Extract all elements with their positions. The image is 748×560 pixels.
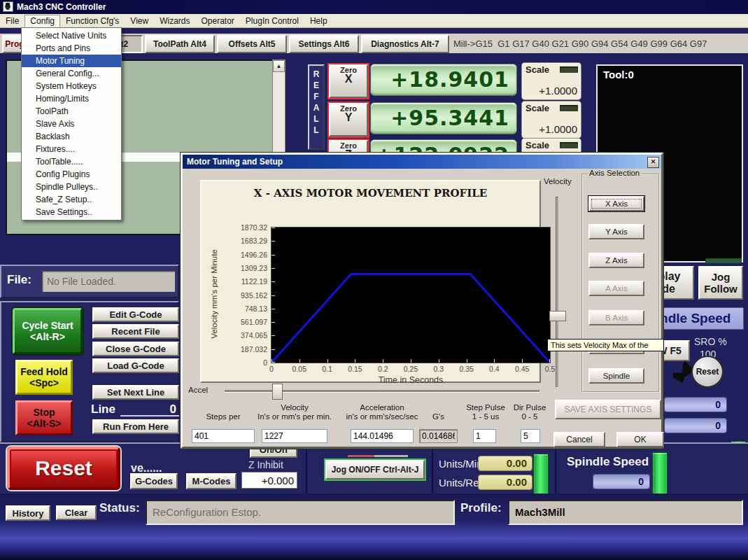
config-menu-item[interactable]: Save Settings.. bbox=[22, 206, 121, 218]
x-tick-label: 0.3 bbox=[427, 365, 451, 373]
jog-follow-button[interactable]: Jog Follow bbox=[698, 266, 743, 300]
jog-onoff-button[interactable]: Jog ON/OFF Ctrl-Alt-J bbox=[325, 460, 425, 479]
menu-help[interactable]: Help bbox=[304, 15, 333, 27]
velocity-input[interactable] bbox=[262, 429, 327, 443]
dialog-title: Motor Tuning and Setup bbox=[187, 157, 283, 167]
tool-number-label: Tool:0 bbox=[603, 69, 634, 80]
y-tickmark bbox=[271, 227, 275, 228]
load-gcode-button[interactable]: Load G-Code bbox=[92, 358, 179, 373]
ok-button[interactable]: OK bbox=[616, 432, 664, 447]
window-titlebar[interactable]: Mach3 CNC Controller bbox=[0, 0, 748, 14]
config-menu-item[interactable]: Safe_Z Setup.. bbox=[22, 193, 121, 206]
spindle-axis-button[interactable]: Spindle bbox=[588, 368, 644, 384]
acceleration-input[interactable] bbox=[351, 429, 414, 443]
config-menu-item[interactable]: General Config... bbox=[22, 67, 121, 80]
spindle-speed-value[interactable]: 0 bbox=[593, 475, 649, 489]
step-pulse-input[interactable] bbox=[473, 429, 496, 443]
menu-wizards[interactable]: Wizards bbox=[154, 15, 195, 27]
close-icon[interactable]: ✕ bbox=[647, 157, 659, 168]
zero-y-button[interactable]: Zero Y bbox=[329, 103, 368, 136]
active-gcode-modes: Mill->G15 G1 G17 G40 G21 G90 G94 G54 G49… bbox=[453, 38, 707, 49]
run-controls-panel: Cycle Start <Alt-R> Feed Hold <Spc> Stop… bbox=[0, 301, 179, 442]
menu-function-cfgs[interactable]: Function Cfg's bbox=[60, 15, 125, 27]
config-menu-item[interactable]: Motor Tuning bbox=[22, 55, 121, 67]
x-axis-dro[interactable]: +18.9401 bbox=[371, 64, 516, 95]
config-menu-item[interactable]: Config Plugins bbox=[22, 168, 121, 181]
config-menu-item[interactable]: Backlash bbox=[22, 130, 121, 143]
menu-config[interactable]: Config bbox=[24, 15, 60, 27]
y-axis-dro[interactable]: +95.3441 bbox=[371, 103, 516, 134]
clear-button[interactable]: Clear bbox=[56, 505, 97, 520]
spindle-speed-label: Spindle Speed bbox=[567, 455, 649, 469]
set-next-line-button[interactable]: Set Next Line bbox=[92, 385, 179, 400]
dialog-titlebar[interactable]: Motor Tuning and Setup ✕ bbox=[183, 155, 661, 169]
x-axis-button[interactable]: X Axis bbox=[588, 196, 644, 211]
spindle-dro-1[interactable]: 0 bbox=[665, 398, 726, 412]
cancel-button[interactable]: Cancel bbox=[553, 432, 605, 447]
y-tickmark bbox=[271, 322, 275, 323]
tab-settings[interactable]: Settings Alt6 bbox=[289, 35, 359, 53]
z-inhibit-value[interactable]: +0.000 bbox=[241, 472, 297, 489]
x-tick-label: 0.25 bbox=[399, 365, 423, 373]
config-menu-item[interactable]: Slave Axis bbox=[22, 118, 121, 130]
y-tickmark bbox=[271, 255, 275, 255]
cycle-start-button[interactable]: Cycle Start <Alt-R> bbox=[13, 308, 83, 354]
velocity-slider-track[interactable] bbox=[556, 197, 558, 387]
run-from-here-button[interactable]: Run From Here bbox=[92, 419, 179, 434]
config-menu-item[interactable]: Fixtures.... bbox=[22, 143, 121, 155]
menu-plugin-control[interactable]: PlugIn Control bbox=[240, 15, 304, 27]
y-tick-label: 1870.32 bbox=[202, 223, 267, 232]
z-inhibit-label: Z Inhibit bbox=[248, 459, 283, 470]
x-tickmarks bbox=[271, 359, 550, 363]
feed-hold-button[interactable]: Feed Hold <Spc> bbox=[15, 360, 73, 395]
tab-diagnostics[interactable]: Diagnostics Alt-7 bbox=[361, 35, 449, 53]
close-gcode-button[interactable]: Close G-Code bbox=[92, 342, 179, 356]
edit-gcode-button[interactable]: Edit G-Code bbox=[92, 307, 179, 322]
sro-label: SRO % bbox=[694, 336, 727, 347]
g-codes-button[interactable]: G-Codes bbox=[130, 473, 178, 489]
motor-profile-chart: X - AXIS MOTOR MOVEMENT PROFILE Velocity… bbox=[200, 180, 541, 383]
tab-toolpath[interactable]: ToolPath Alt4 bbox=[145, 35, 215, 53]
config-menu-item[interactable]: Homing/Limits bbox=[22, 92, 121, 105]
y-tick-label: 187.032 bbox=[202, 345, 267, 354]
reset-button[interactable]: Reset bbox=[7, 447, 120, 490]
z-axis-button[interactable]: Z Axis bbox=[588, 253, 644, 268]
config-menu-item[interactable]: ToolTable..... bbox=[22, 155, 121, 168]
config-menu-item[interactable]: ToolPath bbox=[22, 105, 121, 118]
divider bbox=[432, 444, 433, 493]
dir-pulse-input[interactable] bbox=[521, 429, 540, 443]
units-min-value[interactable]: 0.00 bbox=[479, 456, 532, 470]
stop-button[interactable]: Stop <Alt-S> bbox=[15, 400, 73, 435]
x-tickmark bbox=[522, 359, 523, 363]
config-menu-item[interactable]: Select Native Units bbox=[22, 29, 121, 42]
config-menu-item[interactable]: Spindle Pulleys.. bbox=[22, 181, 121, 193]
menu-file[interactable]: File bbox=[0, 15, 24, 27]
scroll-up-icon[interactable]: ▲ bbox=[273, 60, 285, 72]
y-tick-label: 1683.29 bbox=[202, 237, 267, 245]
spindle-dro-2[interactable]: 0 bbox=[665, 419, 726, 433]
steps-per-input[interactable] bbox=[192, 429, 255, 443]
y-scale-panel[interactable]: Scale +1.0000 bbox=[522, 102, 581, 138]
zero-x-button[interactable]: Zero X bbox=[329, 64, 368, 98]
accel-slider-handle[interactable] bbox=[272, 384, 283, 400]
config-menu-item[interactable]: System Hotkeys bbox=[22, 80, 121, 92]
history-button[interactable]: History bbox=[6, 505, 50, 521]
sro-reset-button[interactable]: Reset bbox=[691, 356, 724, 388]
x-scale-panel[interactable]: Scale +1.0000 bbox=[522, 63, 581, 99]
x-tickmark bbox=[467, 359, 467, 363]
y-axis-button[interactable]: Y Axis bbox=[588, 224, 644, 239]
scale-label: Scale bbox=[525, 140, 549, 150]
menu-operator[interactable]: Operator bbox=[196, 15, 240, 27]
velocity-slider-handle[interactable] bbox=[549, 311, 566, 321]
b-axis-button: B Axis bbox=[588, 310, 644, 326]
ref-all-button[interactable]: R E F A L L bbox=[308, 64, 325, 150]
line-label: Line bbox=[91, 402, 115, 416]
menu-view[interactable]: View bbox=[125, 15, 154, 27]
recent-file-button[interactable]: Recent File bbox=[92, 324, 179, 339]
mach3-main-window: Mach3 CNC Controller File Config Functio… bbox=[0, 0, 748, 560]
x-tickmark bbox=[299, 359, 300, 363]
m-codes-button[interactable]: M-Codes bbox=[186, 473, 237, 489]
units-rev-value[interactable]: 0.00 bbox=[479, 475, 532, 489]
config-menu-item[interactable]: Ports and Pins bbox=[22, 42, 121, 55]
tab-offsets[interactable]: Offsets Alt5 bbox=[217, 35, 287, 53]
